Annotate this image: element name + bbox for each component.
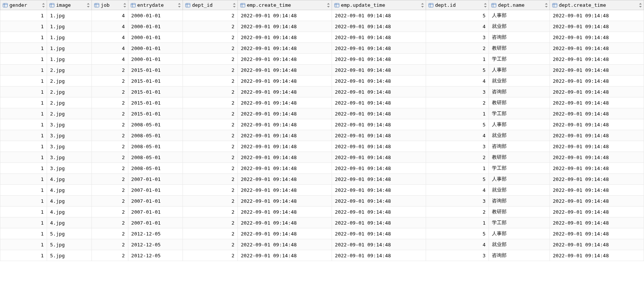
cell-dept_id2[interactable]: 4 xyxy=(426,21,489,32)
cell-gender[interactable]: 1 xyxy=(0,65,47,76)
cell-dept_id[interactable]: 2 xyxy=(183,217,238,228)
cell-gender[interactable]: 1 xyxy=(0,119,47,130)
cell-dept_id2[interactable]: 3 xyxy=(426,196,489,207)
cell-dept_id2[interactable]: 3 xyxy=(426,141,489,152)
cell-dept_name[interactable]: 就业部 xyxy=(489,21,550,32)
cell-gender[interactable]: 1 xyxy=(0,196,47,207)
cell-dept_name[interactable]: 学工部 xyxy=(489,108,550,119)
cell-dept_id2[interactable]: 4 xyxy=(426,185,489,196)
cell-dept_id[interactable]: 2 xyxy=(183,185,238,196)
cell-dept_name[interactable]: 咨询部 xyxy=(489,141,550,152)
cell-image[interactable]: 2.jpg xyxy=(47,97,91,108)
cell-gender[interactable]: 1 xyxy=(0,250,47,261)
cell-dept_id2[interactable]: 2 xyxy=(426,97,489,108)
cell-emp_create_time[interactable]: 2022-09-01 09:14:48 xyxy=(238,163,332,174)
cell-gender[interactable]: 1 xyxy=(0,10,47,21)
cell-dept_name[interactable]: 教研部 xyxy=(489,97,550,108)
cell-dept_create_time[interactable]: 2022-09-01 09:14:48 xyxy=(550,108,644,119)
cell-job[interactable]: 2 xyxy=(91,217,128,228)
cell-emp_update_time[interactable]: 2022-09-01 09:14:48 xyxy=(332,76,426,87)
cell-dept_create_time[interactable]: 2022-09-01 09:14:48 xyxy=(550,163,644,174)
cell-emp_create_time[interactable]: 2022-09-01 09:14:48 xyxy=(238,174,332,185)
table-row[interactable]: 13.jpg22008-05-0122022-09-01 09:14:48202… xyxy=(0,163,644,174)
cell-emp_update_time[interactable]: 2022-09-01 09:14:48 xyxy=(332,228,426,239)
cell-dept_id2[interactable]: 2 xyxy=(426,43,489,54)
cell-entrydate[interactable]: 2007-01-01 xyxy=(128,185,183,196)
cell-job[interactable]: 2 xyxy=(91,250,128,261)
column-header-entrydate[interactable]: entrydate xyxy=(128,0,183,10)
cell-image[interactable]: 1.jpg xyxy=(47,32,91,43)
cell-dept_name[interactable]: 学工部 xyxy=(489,217,550,228)
cell-dept_id[interactable]: 2 xyxy=(183,152,238,163)
cell-job[interactable]: 4 xyxy=(91,43,128,54)
cell-dept_id2[interactable]: 3 xyxy=(426,87,489,97)
cell-gender[interactable]: 1 xyxy=(0,152,47,163)
cell-entrydate[interactable]: 2008-05-01 xyxy=(128,152,183,163)
cell-entrydate[interactable]: 2000-01-01 xyxy=(128,32,183,43)
cell-emp_create_time[interactable]: 2022-09-01 09:14:48 xyxy=(238,239,332,250)
cell-gender[interactable]: 1 xyxy=(0,21,47,32)
sort-icon[interactable] xyxy=(233,3,236,8)
sort-icon[interactable] xyxy=(484,3,487,8)
cell-dept_id[interactable]: 2 xyxy=(183,43,238,54)
cell-job[interactable]: 2 xyxy=(91,196,128,207)
cell-image[interactable]: 5.jpg xyxy=(47,228,91,239)
cell-dept_create_time[interactable]: 2022-09-01 09:14:48 xyxy=(550,21,644,32)
cell-entrydate[interactable]: 2015-01-01 xyxy=(128,97,183,108)
cell-dept_name[interactable]: 就业部 xyxy=(489,130,550,141)
cell-dept_create_time[interactable]: 2022-09-01 09:14:48 xyxy=(550,130,644,141)
cell-dept_create_time[interactable]: 2022-09-01 09:14:48 xyxy=(550,119,644,130)
cell-dept_id[interactable]: 2 xyxy=(183,119,238,130)
table-row[interactable]: 15.jpg22012-12-0522022-09-01 09:14:48202… xyxy=(0,228,644,239)
cell-dept_name[interactable]: 就业部 xyxy=(489,76,550,87)
sort-icon[interactable] xyxy=(327,3,330,8)
cell-entrydate[interactable]: 2008-05-01 xyxy=(128,141,183,152)
cell-image[interactable]: 1.jpg xyxy=(47,10,91,21)
cell-emp_create_time[interactable]: 2022-09-01 09:14:48 xyxy=(238,43,332,54)
table-row[interactable]: 11.jpg42000-01-0122022-09-01 09:14:48202… xyxy=(0,43,644,54)
column-header-dept_id[interactable]: dept_id xyxy=(183,0,238,10)
cell-job[interactable]: 2 xyxy=(91,76,128,87)
cell-dept_create_time[interactable]: 2022-09-01 09:14:48 xyxy=(550,185,644,196)
cell-dept_name[interactable]: 人事部 xyxy=(489,65,550,76)
cell-emp_create_time[interactable]: 2022-09-01 09:14:48 xyxy=(238,250,332,261)
cell-emp_update_time[interactable]: 2022-09-01 09:14:48 xyxy=(332,163,426,174)
cell-gender[interactable]: 1 xyxy=(0,87,47,97)
cell-dept_name[interactable]: 就业部 xyxy=(489,239,550,250)
sort-icon[interactable] xyxy=(87,3,90,8)
table-row[interactable]: 12.jpg22015-01-0122022-09-01 09:14:48202… xyxy=(0,87,644,97)
cell-emp_create_time[interactable]: 2022-09-01 09:14:48 xyxy=(238,141,332,152)
cell-dept_name[interactable]: 人事部 xyxy=(489,174,550,185)
cell-dept_create_time[interactable]: 2022-09-01 09:14:48 xyxy=(550,43,644,54)
cell-dept_id2[interactable]: 5 xyxy=(426,174,489,185)
cell-dept_name[interactable]: 教研部 xyxy=(489,43,550,54)
table-row[interactable]: 13.jpg22008-05-0122022-09-01 09:14:48202… xyxy=(0,141,644,152)
cell-gender[interactable]: 1 xyxy=(0,32,47,43)
cell-job[interactable]: 4 xyxy=(91,21,128,32)
cell-dept_id[interactable]: 2 xyxy=(183,76,238,87)
cell-dept_id2[interactable]: 5 xyxy=(426,10,489,21)
cell-dept_id[interactable]: 2 xyxy=(183,196,238,207)
cell-job[interactable]: 2 xyxy=(91,152,128,163)
cell-gender[interactable]: 1 xyxy=(0,228,47,239)
cell-emp_create_time[interactable]: 2022-09-01 09:14:48 xyxy=(238,10,332,21)
cell-emp_create_time[interactable]: 2022-09-01 09:14:48 xyxy=(238,65,332,76)
cell-entrydate[interactable]: 2007-01-01 xyxy=(128,207,183,217)
cell-entrydate[interactable]: 2000-01-01 xyxy=(128,10,183,21)
cell-dept_name[interactable]: 人事部 xyxy=(489,119,550,130)
cell-entrydate[interactable]: 2008-05-01 xyxy=(128,130,183,141)
cell-image[interactable]: 2.jpg xyxy=(47,87,91,97)
cell-job[interactable]: 4 xyxy=(91,54,128,65)
cell-gender[interactable]: 1 xyxy=(0,163,47,174)
cell-emp_update_time[interactable]: 2022-09-01 09:14:48 xyxy=(332,97,426,108)
cell-dept_id[interactable]: 2 xyxy=(183,174,238,185)
cell-dept_name[interactable]: 人事部 xyxy=(489,228,550,239)
cell-dept_create_time[interactable]: 2022-09-01 09:14:48 xyxy=(550,10,644,21)
cell-emp_create_time[interactable]: 2022-09-01 09:14:48 xyxy=(238,185,332,196)
cell-job[interactable]: 2 xyxy=(91,163,128,174)
cell-dept_name[interactable]: 学工部 xyxy=(489,54,550,65)
sort-icon[interactable] xyxy=(42,3,45,8)
table-row[interactable]: 12.jpg22015-01-0122022-09-01 09:14:48202… xyxy=(0,108,644,119)
cell-entrydate[interactable]: 2007-01-01 xyxy=(128,196,183,207)
cell-dept_create_time[interactable]: 2022-09-01 09:14:48 xyxy=(550,152,644,163)
